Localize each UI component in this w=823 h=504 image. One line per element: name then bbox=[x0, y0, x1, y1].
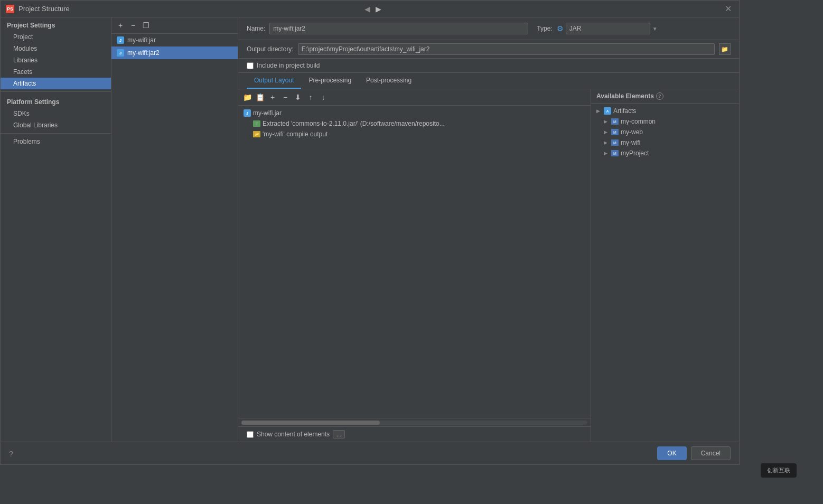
copy-artifact-button[interactable]: ❐ bbox=[140, 20, 152, 31]
available-elements-header: Available Elements ? bbox=[591, 89, 739, 104]
output-tree-panel: 📁 📋 + − ⬇ ↑ ↓ J my-wifi.jar bbox=[238, 89, 591, 442]
help-icon[interactable]: ? bbox=[656, 92, 663, 100]
artifact-toolbar: + − ❐ bbox=[111, 17, 238, 34]
name-field-row: Name: bbox=[247, 23, 528, 34]
close-button[interactable]: ✕ bbox=[723, 4, 734, 14]
jar-type-icon: ⚙ bbox=[557, 24, 564, 33]
ok-button[interactable]: OK bbox=[657, 446, 686, 460]
tab-pre-processing[interactable]: Pre-processing bbox=[301, 73, 359, 89]
artifacts-icon: A bbox=[604, 107, 611, 115]
type-select[interactable]: JAR WAR bbox=[566, 23, 650, 34]
tabs-bar: Output Layout Pre-processing Post-proces… bbox=[238, 73, 739, 89]
sidebar-item-problems[interactable]: Problems bbox=[1, 136, 111, 147]
output-file-btn[interactable]: 📋 bbox=[254, 91, 266, 103]
extract-icon: E bbox=[253, 120, 260, 127]
jar-icon: J bbox=[117, 36, 124, 44]
type-label: Type: bbox=[537, 25, 552, 32]
scrollbar-thumb bbox=[241, 421, 380, 425]
nav-arrows: ◀ ▶ bbox=[363, 5, 383, 13]
output-sort-btn[interactable]: ⬇ bbox=[292, 91, 304, 103]
sidebar-divider bbox=[1, 91, 111, 92]
sidebar-item-sdks[interactable]: SDKs bbox=[1, 108, 111, 119]
remove-artifact-button[interactable]: − bbox=[127, 20, 139, 31]
output-folder-btn[interactable]: 📁 bbox=[241, 91, 253, 103]
horizontal-scrollbar[interactable] bbox=[238, 418, 591, 426]
help-button[interactable]: ? bbox=[9, 450, 13, 458]
avail-item[interactable]: ▶ M my-wifi bbox=[591, 137, 739, 148]
avail-item[interactable]: ▶ M my-web bbox=[591, 127, 739, 137]
show-content-options-button[interactable]: ... bbox=[333, 430, 345, 438]
list-item[interactable]: J my-wifi:jar bbox=[111, 34, 238, 46]
tree-item[interactable]: 📂 'my-wifi' compile output bbox=[238, 129, 591, 139]
title-bar: PS Project Structure ◀ ▶ ✕ bbox=[1, 1, 739, 17]
forward-arrow[interactable]: ▶ bbox=[374, 5, 383, 13]
sidebar-item-project[interactable]: Project bbox=[1, 31, 111, 43]
module-icon: M bbox=[611, 139, 619, 146]
output-down-btn[interactable]: ↓ bbox=[317, 91, 329, 103]
show-content-checkbox[interactable] bbox=[247, 431, 254, 438]
tree-item[interactable]: E Extracted 'commons-io-2.11.0.jar/' (D:… bbox=[238, 118, 591, 129]
sidebar-item-libraries[interactable]: Libraries bbox=[1, 54, 111, 66]
avail-item[interactable]: ▶ M myProject bbox=[591, 148, 739, 158]
artifact-list-panel: + − ❐ J my-wifi:jar J my-wifi:jar2 bbox=[111, 17, 238, 442]
jar-icon: J bbox=[117, 49, 124, 57]
output-tree: J my-wifi.jar E Extracted 'commons-io-2.… bbox=[238, 106, 591, 418]
main-content: Project Settings Project Modules Librari… bbox=[1, 17, 739, 442]
available-elements-panel: Available Elements ? ▶ A Artifacts bbox=[591, 89, 739, 442]
module-icon: M bbox=[611, 118, 619, 125]
name-input[interactable] bbox=[269, 23, 528, 34]
detail-header: Name: Type: ⚙ JAR WAR ▼ bbox=[238, 17, 739, 40]
include-checkbox[interactable] bbox=[247, 62, 254, 69]
include-checkbox-row: Include in project build bbox=[238, 59, 739, 73]
project-structure-dialog: PS Project Structure ◀ ▶ ✕ Project Setti… bbox=[0, 0, 740, 465]
cancel-button[interactable]: Cancel bbox=[691, 446, 731, 460]
chevron-right-icon: ▶ bbox=[604, 129, 609, 135]
tab-output-layout[interactable]: Output Layout bbox=[247, 73, 301, 89]
watermark: 创新互联 bbox=[761, 463, 797, 478]
name-label: Name: bbox=[247, 25, 265, 32]
avail-item[interactable]: ▶ M my-common bbox=[591, 116, 739, 127]
output-remove-btn[interactable]: − bbox=[279, 91, 291, 103]
available-tree: ▶ A Artifacts ▶ M my-common ▶ bbox=[591, 104, 739, 442]
sidebar-item-facets[interactable]: Facets bbox=[1, 66, 111, 78]
sidebar-item-global-libraries[interactable]: Global Libraries bbox=[1, 119, 111, 131]
output-dir-row: Output directory: 📁 bbox=[238, 40, 739, 59]
app-icon: PS bbox=[6, 5, 14, 13]
dialog-footer: ? OK Cancel bbox=[1, 442, 739, 464]
chevron-right-icon: ▶ bbox=[604, 119, 609, 124]
sidebar-item-modules[interactable]: Modules bbox=[1, 43, 111, 54]
add-artifact-button[interactable]: + bbox=[115, 20, 126, 31]
chevron-right-icon: ▶ bbox=[604, 140, 609, 145]
chevron-down-icon: ▼ bbox=[652, 26, 658, 32]
output-dir-label: Output directory: bbox=[247, 45, 294, 53]
sidebar-item-artifacts[interactable]: Artifacts bbox=[1, 78, 111, 89]
include-label: Include in project build bbox=[257, 62, 320, 69]
detail-panel: Name: Type: ⚙ JAR WAR ▼ bbox=[238, 17, 739, 442]
chevron-right-icon: ▶ bbox=[596, 108, 602, 114]
output-dir-input[interactable] bbox=[298, 43, 715, 55]
avail-item[interactable]: ▶ A Artifacts bbox=[591, 106, 739, 116]
sidebar: Project Settings Project Modules Librari… bbox=[1, 17, 111, 442]
sidebar-divider-2 bbox=[1, 133, 111, 134]
browse-folder-button[interactable]: 📁 bbox=[719, 43, 731, 55]
type-field-row: Type: ⚙ JAR WAR ▼ bbox=[537, 23, 657, 34]
module-icon: M bbox=[611, 150, 619, 156]
scrollbar-track bbox=[241, 421, 587, 425]
type-select-wrapper: ⚙ JAR WAR ▼ bbox=[557, 23, 658, 34]
artifact-list: J my-wifi:jar J my-wifi:jar2 bbox=[111, 34, 238, 442]
project-settings-header: Project Settings bbox=[1, 17, 111, 31]
show-content-label: Show content of elements bbox=[257, 431, 330, 438]
back-arrow[interactable]: ◀ bbox=[363, 5, 372, 13]
list-item[interactable]: J my-wifi:jar2 bbox=[111, 46, 238, 59]
show-content-row: Show content of elements ... bbox=[238, 426, 591, 442]
output-add-btn[interactable]: + bbox=[267, 91, 278, 103]
platform-settings-header: Platform Settings bbox=[1, 94, 111, 108]
chevron-right-icon: ▶ bbox=[604, 151, 609, 156]
jar-tree-icon: J bbox=[244, 109, 251, 117]
tab-post-processing[interactable]: Post-processing bbox=[359, 73, 419, 89]
output-up-btn[interactable]: ↑ bbox=[305, 91, 316, 103]
output-toolbar: 📁 📋 + − ⬇ ↑ ↓ bbox=[238, 89, 591, 106]
tree-item[interactable]: J my-wifi.jar bbox=[238, 108, 591, 118]
module-icon: M bbox=[611, 129, 619, 135]
output-area: 📁 📋 + − ⬇ ↑ ↓ J my-wifi.jar bbox=[238, 89, 739, 442]
